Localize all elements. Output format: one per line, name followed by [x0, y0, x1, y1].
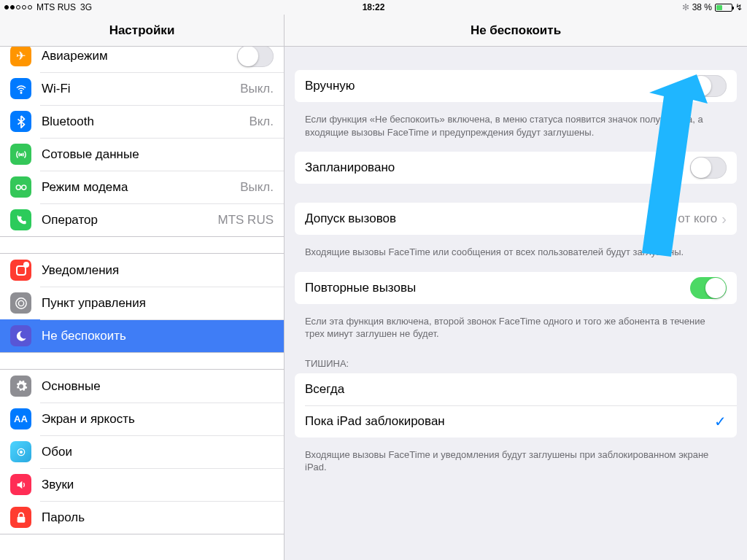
cellular-icon [10, 144, 31, 165]
battery-icon [715, 4, 732, 12]
allow-calls-value: Ни от кого [659, 211, 717, 226]
sidebar-item-hotspot[interactable]: Режим модема Выкл. [0, 171, 284, 203]
nav-bar: Настройки Не беспокоить [0, 15, 747, 47]
wifi-icon [10, 78, 31, 99]
sidebar-item-label: Режим модема [42, 180, 240, 195]
checkmark-icon: ✓ [714, 413, 727, 430]
sidebar-item-label: Экран и яркость [42, 412, 274, 427]
svg-point-7 [20, 451, 22, 453]
repeated-calls-toggle[interactable] [690, 277, 727, 299]
svg-point-0 [20, 92, 22, 93]
airplane-icon: ✈ [10, 47, 31, 66]
svg-point-5 [18, 300, 23, 306]
sidebar-item-label: Wi-Fi [42, 82, 240, 96]
sounds-icon [10, 474, 31, 495]
sidebar-item-sounds[interactable]: Звуки [0, 468, 284, 501]
allow-calls-label: Допуск вызовов [305, 211, 659, 226]
sidebar-title: Настройки [0, 15, 285, 46]
battery-percent: 38 % [692, 2, 712, 12]
sidebar-item-label: Bluetooth [42, 114, 249, 129]
bluetooth-icon: ✻ [682, 2, 689, 12]
silence-locked-label: Пока iPad заблокирован [305, 414, 714, 429]
sidebar-item-bluetooth[interactable]: Bluetooth Вкл. [0, 105, 284, 138]
clock: 18:22 [363, 2, 385, 12]
silence-locked-row[interactable]: Пока iPad заблокирован ✓ [295, 405, 737, 438]
repeated-calls-label: Повторные вызовы [305, 281, 690, 295]
silence-footnote: Входящие вызовы FaceTime и уведомления б… [285, 443, 747, 487]
silence-header: Тишина: [285, 354, 747, 373]
sidebar-item-label: Пароль [42, 510, 274, 525]
sidebar-item-control-center[interactable]: Пункт управления [0, 287, 284, 319]
notifications-icon [10, 260, 31, 281]
svg-point-3 [21, 185, 26, 190]
manual-footnote: Если функция «Не беспокоить» включена, в… [285, 108, 747, 152]
sidebar-item-notifications[interactable]: Уведомления [0, 254, 284, 287]
svg-point-4 [15, 298, 26, 308]
sidebar-item-airplane[interactable]: ✈ Авиарежим [0, 47, 284, 72]
sidebar-item-label: Пункт управления [42, 296, 274, 311]
allow-calls-row[interactable]: Допуск вызовов Ни от кого › [295, 203, 737, 235]
page-title: Не беспокоить [285, 15, 747, 46]
sidebar-item-label: Сотовые данные [42, 147, 274, 162]
display-icon: AA [10, 408, 31, 429]
sidebar-item-passcode[interactable]: Пароль [0, 501, 284, 534]
svg-rect-8 [17, 516, 25, 522]
chevron-right-icon: › [721, 211, 727, 226]
sidebar-item-detail: MTS RUS [218, 213, 274, 228]
detail-pane: Вручную Если функция «Не беспокоить» вкл… [285, 47, 747, 560]
sidebar-item-wifi[interactable]: Wi-Fi Выкл. [0, 72, 284, 105]
sidebar-item-general[interactable]: Основные [0, 370, 284, 402]
sidebar-item-label: Обои [42, 445, 274, 459]
manual-toggle[interactable] [690, 75, 727, 97]
sidebar-item-dnd[interactable]: Не беспокоить [0, 319, 284, 352]
scheduled-toggle[interactable] [690, 157, 727, 179]
gear-icon [10, 376, 31, 397]
phone-icon [10, 209, 31, 230]
moon-icon [10, 325, 31, 346]
sidebar-item-display[interactable]: AA Экран и яркость [0, 402, 284, 435]
status-bar: MTS RUS 3G 18:22 ✻ 38 % ↯ [0, 0, 747, 15]
sidebar-item-label: Основные [42, 379, 274, 394]
signal-dots [4, 5, 32, 9]
bluetooth-icon [10, 111, 31, 132]
manual-label: Вручную [305, 79, 690, 93]
carrier-label: MTS RUS [36, 2, 76, 12]
sidebar-item-label: Оператор [42, 213, 218, 228]
sidebar-item-label: Уведомления [42, 263, 274, 278]
sidebar-item-wallpaper[interactable]: Обои [0, 435, 284, 468]
wallpaper-icon [10, 441, 31, 462]
repeated-calls-footnote: Если эта функция включена, второй звонок… [285, 310, 747, 354]
svg-point-1 [20, 153, 21, 155]
hotspot-icon [10, 176, 31, 198]
sidebar-item-carrier[interactable]: Оператор MTS RUS [0, 203, 284, 236]
settings-sidebar: ✈ Авиарежим Wi-Fi Выкл. Bluetooth Вкл. С… [0, 47, 285, 560]
scheduled-label: Запланировано [305, 160, 690, 175]
network-label: 3G [80, 2, 92, 12]
sidebar-item-detail: Выкл. [240, 82, 274, 96]
airplane-toggle[interactable] [237, 47, 274, 67]
control-center-icon [10, 292, 31, 314]
repeated-calls-row[interactable]: Повторные вызовы [295, 272, 737, 304]
lock-icon [10, 507, 31, 528]
silence-always-label: Всегда [305, 382, 727, 397]
manual-row[interactable]: Вручную [295, 70, 737, 102]
silence-always-row[interactable]: Всегда [295, 373, 737, 405]
svg-point-2 [16, 185, 20, 190]
sidebar-item-label: Звуки [42, 478, 274, 492]
sidebar-item-detail: Выкл. [240, 180, 274, 195]
sidebar-item-detail: Вкл. [249, 114, 274, 129]
scheduled-row[interactable]: Запланировано [295, 152, 737, 184]
charging-icon: ↯ [735, 2, 743, 12]
sidebar-item-label: Авиарежим [42, 49, 237, 63]
allow-calls-footnote: Входящие вызовы FaceTime или сообщения о… [285, 241, 747, 272]
sidebar-item-cellular[interactable]: Сотовые данные [0, 138, 284, 171]
sidebar-item-label: Не беспокоить [42, 329, 274, 343]
